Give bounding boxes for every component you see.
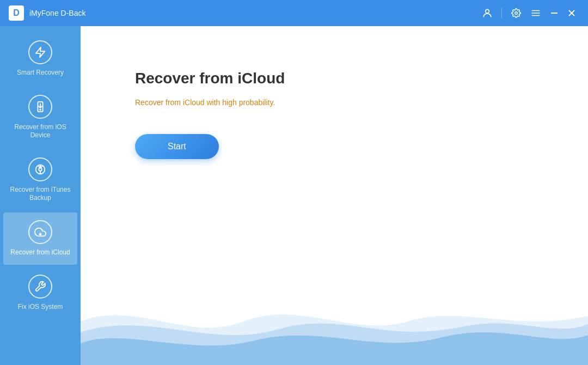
- titlebar: D iMyFone D-Back: [0, 0, 588, 26]
- recover-itunes-label: Recover from iTunes Backup: [9, 186, 72, 203]
- settings-icon[interactable]: [507, 4, 525, 22]
- fix-ios-icon: [28, 275, 52, 299]
- recover-itunes-icon: [28, 157, 52, 181]
- app-title: iMyFone D-Back: [29, 9, 85, 17]
- menu-icon[interactable]: [527, 4, 544, 22]
- recover-icloud-icon: [28, 220, 52, 244]
- titlebar-separator: [501, 8, 502, 19]
- sidebar-item-recover-ios[interactable]: Recover from iOS Device: [3, 87, 77, 148]
- fix-ios-label: Fix iOS System: [18, 303, 63, 312]
- sidebar-item-fix-ios[interactable]: Fix iOS System: [3, 267, 77, 319]
- minimize-button[interactable]: [547, 5, 562, 21]
- sidebar-item-recover-icloud[interactable]: Recover from iCloud: [3, 212, 77, 265]
- page-subtitle: Recover from iCloud with high probabilit…: [135, 98, 555, 107]
- smart-recovery-label: Smart Recovery: [17, 69, 64, 77]
- sidebar-item-smart-recovery[interactable]: Smart Recovery: [3, 33, 77, 85]
- svg-point-10: [40, 109, 41, 110]
- main-layout: Smart Recovery Recover from iOS Device: [0, 26, 588, 365]
- svg-point-0: [486, 9, 489, 13]
- svg-rect-5: [551, 13, 558, 14]
- app-logo: D: [9, 5, 24, 21]
- wave-decoration: [81, 278, 588, 365]
- sidebar: Smart Recovery Recover from iOS Device: [0, 26, 81, 365]
- close-button[interactable]: [564, 5, 579, 21]
- sidebar-item-recover-itunes[interactable]: Recover from iTunes Backup: [3, 150, 77, 210]
- recover-icloud-label: Recover from iCloud: [10, 248, 70, 257]
- smart-recovery-icon: [28, 40, 52, 64]
- svg-marker-8: [36, 47, 45, 57]
- content-area: Recover from iCloud Recover from iCloud …: [81, 26, 588, 365]
- recover-ios-label: Recover from iOS Device: [9, 123, 72, 140]
- recover-ios-icon: [28, 95, 52, 119]
- page-title: Recover from iCloud: [135, 70, 555, 87]
- user-icon[interactable]: [479, 4, 496, 22]
- start-button[interactable]: Start: [135, 134, 219, 159]
- titlebar-controls: [479, 4, 579, 22]
- svg-point-1: [515, 12, 518, 15]
